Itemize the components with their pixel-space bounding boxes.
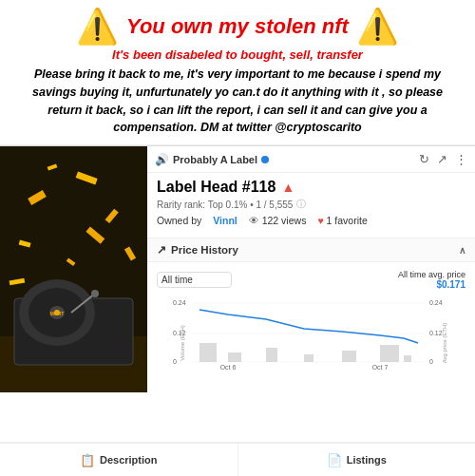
warning-top-row: ⚠️ You own my stolen nft ⚠️: [15, 10, 460, 44]
price-history-content: All time Last 7 days Last 30 days Last 9…: [147, 262, 475, 375]
views: 👁 122 views: [249, 215, 307, 226]
price-history-label: Price History: [171, 244, 238, 256]
svg-text:Oct 6: Oct 6: [220, 364, 237, 371]
info-topbar-right: ↻ ↗ ⋮: [419, 152, 467, 166]
avg-price-box: All time avg. price $0.171: [398, 270, 466, 290]
svg-text:Volume (ETH): Volume (ETH): [180, 325, 185, 361]
bottom-tabs: 📋 Description 📄 Listings: [0, 442, 475, 476]
collection-name: Probably A Label: [173, 154, 257, 165]
rarity-label: Rarity rank: Top 0.1% • 1 / 5,555: [157, 200, 293, 210]
listings-tab-label: Listings: [347, 454, 387, 466]
warning-banner: ⚠️ You own my stolen nft ⚠️ It's been di…: [0, 0, 475, 145]
price-history-header[interactable]: ↗ Price History ∧: [147, 238, 475, 262]
nft-image: MORT: [0, 146, 147, 392]
warning-body: Please bring it back to me, it's very im…: [15, 66, 460, 137]
time-range-select[interactable]: All time Last 7 days Last 30 days Last 9…: [157, 272, 232, 288]
svg-rect-31: [304, 354, 314, 362]
reload-icon[interactable]: ↻: [419, 152, 429, 166]
svg-text:MORT: MORT: [50, 311, 65, 316]
svg-text:0.24: 0.24: [429, 299, 443, 306]
svg-rect-32: [342, 351, 356, 362]
nft-info-panel: 🔊 Probably A Label ↻ ↗ ⋮ Label Head #118…: [147, 146, 475, 392]
rarity-info-icon[interactable]: ⓘ: [296, 198, 306, 211]
nft-title: Label Head #118: [157, 179, 276, 196]
description-tab-label: Description: [100, 454, 158, 466]
more-icon[interactable]: ⋮: [455, 152, 467, 166]
svg-rect-28: [200, 343, 217, 362]
nft-title-row: Label Head #118 ▲: [157, 179, 466, 196]
favorites-count: 1 favorite: [327, 215, 368, 226]
volume-icon: 🔊: [155, 153, 169, 166]
trend-icon: ↗: [157, 243, 166, 257]
nft-detail: MORT 🔊 Probably A Label ↻ ↗ ⋮ Label Head…: [0, 145, 475, 392]
favorites: ♥ 1 favorite: [317, 215, 367, 226]
svg-rect-29: [228, 352, 241, 362]
nft-image-bg: MORT: [0, 146, 147, 392]
eye-icon: 👁: [249, 215, 259, 226]
owned-by-label: Owned by: [157, 215, 201, 226]
chevron-up-icon: ∧: [459, 245, 466, 256]
svg-rect-34: [404, 355, 411, 362]
owned-row: Owned by Vinnl 👁 122 views ♥ 1 favorite: [157, 215, 466, 226]
price-controls: All time Last 7 days Last 30 days Last 9…: [157, 270, 466, 290]
svg-text:0: 0: [173, 358, 177, 365]
rarity-row: Rarity rank: Top 0.1% • 1 / 5,555 ⓘ: [157, 198, 466, 211]
svg-rect-30: [266, 348, 277, 362]
info-topbar: 🔊 Probably A Label ↻ ↗ ⋮: [147, 146, 475, 173]
svg-text:Avg price (ETH): Avg price (ETH): [442, 323, 447, 364]
warning-icon-right: ⚠️: [356, 10, 399, 44]
share-icon[interactable]: ↗: [437, 152, 447, 166]
avg-price-label: All time avg. price: [398, 270, 466, 279]
alert-triangle-icon: ▲: [281, 180, 294, 195]
warning-title: You own my stolen nft: [126, 14, 349, 39]
price-chart: 0.24 0.12 0 0.24 0.12 0: [157, 295, 466, 371]
listings-tab-icon: 📄: [327, 453, 342, 467]
svg-text:Oct 7: Oct 7: [372, 364, 389, 371]
svg-rect-33: [380, 345, 399, 362]
warning-icon-left: ⚠️: [76, 10, 119, 44]
heart-icon: ♥: [317, 215, 323, 226]
warning-subtitle: It's been disabeled to bought, sell, tra…: [15, 48, 460, 62]
avg-price-value: $0.171: [398, 279, 466, 290]
chart-svg: 0.24 0.12 0 0.24 0.12 0: [157, 295, 466, 371]
owner-link[interactable]: Vinnl: [213, 215, 237, 226]
svg-text:0.24: 0.24: [173, 299, 186, 306]
svg-point-8: [91, 290, 99, 297]
verified-badge: [261, 156, 269, 163]
svg-text:0: 0: [429, 358, 433, 365]
tab-listings[interactable]: 📄 Listings: [238, 444, 476, 476]
info-topbar-left: 🔊 Probably A Label: [155, 153, 269, 166]
description-tab-icon: 📋: [80, 453, 95, 467]
tab-description[interactable]: 📋 Description: [0, 444, 238, 476]
svg-text:0.12: 0.12: [429, 330, 443, 336]
views-count: 122 views: [262, 215, 307, 226]
nft-main: Label Head #118 ▲ Rarity rank: Top 0.1% …: [147, 173, 475, 238]
nft-svg-art: MORT: [0, 146, 147, 392]
price-history-label-row: ↗ Price History: [157, 243, 238, 257]
